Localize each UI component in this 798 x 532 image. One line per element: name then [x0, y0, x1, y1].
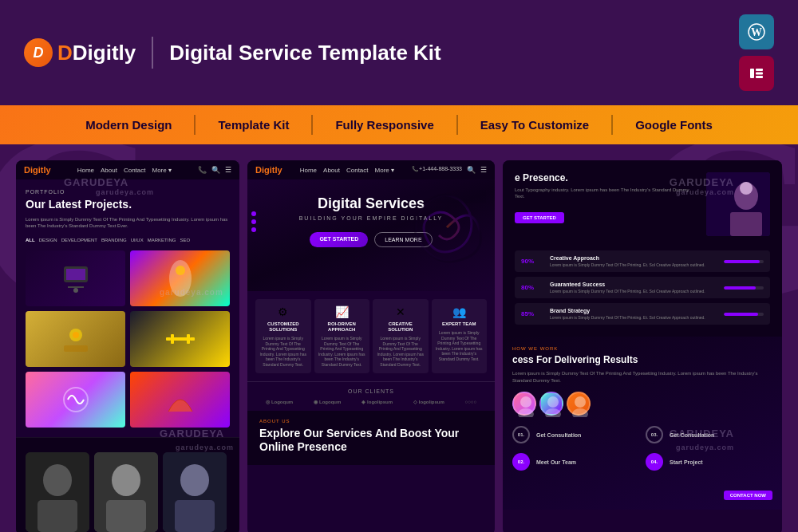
- client-5: ○○○○: [465, 400, 477, 404]
- process-title: cess For Delivering Results: [512, 354, 772, 365]
- nav-phone: 📞: [198, 166, 207, 174]
- badge-template-kit: Template Kit: [196, 115, 313, 135]
- filter-seo[interactable]: SEO: [180, 238, 190, 242]
- presence-desc: Lout Typography industry. Lorem ipsum ha…: [515, 187, 700, 200]
- filter-branding[interactable]: BRANDING: [101, 238, 127, 242]
- service-title-1: CUSTOMIZED SOLUTIONS: [259, 321, 307, 333]
- center-logo: Digitly: [255, 165, 282, 175]
- step-label-4: Start Project: [670, 459, 703, 465]
- svg-point-8: [73, 288, 78, 293]
- svg-rect-15: [166, 337, 171, 341]
- stat-title-1: Creative Approach: [550, 255, 717, 261]
- presence-image: [706, 172, 770, 236]
- portfolio-desc: Lorem ipsum is Simply Dummy Text Of The …: [26, 216, 230, 230]
- explore-label: ABOUT US: [259, 419, 483, 424]
- elementor-icon: [739, 56, 774, 91]
- svg-point-11: [176, 266, 185, 275]
- portfolio-img-5: [26, 372, 125, 428]
- step-circle-3: 03.: [646, 426, 663, 443]
- get-started-btn[interactable]: GET STARTED: [515, 212, 564, 223]
- center-nav-links: Home About Contact More ▾: [300, 167, 394, 174]
- stat-title-2: Guaranteed Success: [550, 282, 717, 287]
- step-circle-4: 04.: [646, 453, 663, 471]
- svg-point-28: [180, 464, 209, 496]
- stat-bar-3: [724, 313, 764, 316]
- process-label: HOW WE WORK: [512, 346, 772, 351]
- explore-section: ABOUT US Explore Our Services And Boost …: [247, 411, 495, 465]
- svg-rect-2: [750, 69, 754, 78]
- cnav-menu: ☰: [480, 166, 487, 174]
- header-icons: W: [739, 14, 774, 91]
- service-icon-1: ⚙: [259, 305, 307, 318]
- social-dot-2: [251, 219, 256, 224]
- service-card-3: ✕ CREATIVE SOLUTION Lorem ipsum is Simpl…: [373, 299, 429, 373]
- hero-section: Digital Services BUILDING YOUR EMPIRE DI…: [247, 179, 495, 291]
- portfolio-grid: [26, 250, 230, 428]
- badge-fully-responsive: Fully Responsive: [313, 115, 457, 135]
- filter-all[interactable]: ALL: [26, 238, 35, 242]
- svg-rect-7: [66, 269, 85, 280]
- svg-rect-3: [756, 69, 763, 71]
- svg-point-25: [112, 464, 140, 496]
- nav-menu: ☰: [225, 166, 231, 174]
- portfolio-label: PORTFOLIO: [26, 189, 230, 195]
- cnav-about: About: [323, 167, 340, 174]
- stat-item-1: 90% Creative Approach Lorem ipsum is Sim…: [515, 250, 770, 272]
- filter-dev[interactable]: DEVELOPMENT: [61, 238, 97, 242]
- panel-nav-right: 📞 🔍 ☰: [198, 166, 231, 174]
- service-desc-2: Lorem ipsum is Simply Dummy Text Of The …: [318, 336, 366, 367]
- stat-info-2: Guaranteed Success Lorem ipsum is Simply…: [550, 282, 717, 294]
- presence-text-area: e Presence. Lout Typography industry. Lo…: [515, 172, 700, 242]
- step-circle-2: 02.: [512, 453, 530, 471]
- nav-search: 🔍: [211, 166, 220, 174]
- svg-rect-18: [187, 334, 190, 344]
- stat-desc-1: Lorem ipsum is Simply Dummy Text Of The …: [550, 262, 717, 267]
- contact-area: CONTACT NOW: [512, 486, 772, 500]
- contact-btn[interactable]: CONTACT NOW: [724, 491, 772, 500]
- person-img-2: [94, 452, 158, 532]
- panel-left: Digitly Home About Contact More ▾ 📞 🔍 ☰ …: [16, 160, 239, 532]
- stat-fill-3: [724, 313, 758, 316]
- explore-title: Explore Our Services And Boost Your Onli…: [259, 427, 483, 454]
- stat-bar-2: [724, 286, 764, 290]
- filter-uiux[interactable]: UI/UX: [131, 238, 144, 242]
- step-3: 03. Get Consultation: [646, 426, 772, 443]
- service-icon-3: ✕: [377, 305, 425, 318]
- panel-right: e Presence. Lout Typography industry. Lo…: [503, 160, 782, 532]
- filter-marketing[interactable]: MARKETING: [148, 238, 176, 242]
- svg-rect-4: [756, 73, 763, 75]
- svg-rect-26: [106, 500, 146, 532]
- portfolio-img-6: [130, 372, 230, 428]
- profile-pic-2: [539, 392, 563, 416]
- stat-desc-3: Lorem ipsum is Simply Dummy Text Of The …: [550, 315, 717, 320]
- service-desc-3: Lorem ipsum is Simply Dummy Text Of The …: [377, 336, 425, 367]
- stat-title-3: Brand Strategy: [550, 308, 717, 313]
- service-card-2: 📈 ROI-DRIVEN APPROACH Lorem ipsum is Sim…: [314, 299, 370, 373]
- stat-desc-2: Lorem ipsum is Simply Dummy Text Of The …: [550, 289, 717, 294]
- stat-info-1: Creative Approach Lorem ipsum is Simply …: [550, 255, 717, 267]
- stat-bar-1: [724, 260, 764, 263]
- clients-section: OUR CLIENTS ◎Logoqum ◉Logoqum ◈logolipsu…: [247, 381, 495, 411]
- profile-pic-1: [512, 392, 536, 416]
- nav-about: About: [101, 167, 117, 174]
- stat-item-2: 80% Guaranteed Success Lorem ipsum is Si…: [515, 277, 770, 298]
- process-steps: 01. Get Consultation 02. Meet Our Team 0…: [512, 416, 772, 479]
- svg-point-36: [547, 396, 559, 408]
- service-icon-2: 📈: [318, 305, 366, 318]
- service-card-1: ⚙ CUSTOMIZED SOLUTIONS Lorem ipsum is Si…: [255, 299, 311, 373]
- cnav-contact: Contact: [346, 167, 369, 174]
- svg-rect-5: [756, 76, 763, 78]
- svg-rect-9: [68, 286, 84, 288]
- step-label-1: Get Consultation: [536, 432, 581, 438]
- person-img-3: [163, 452, 227, 532]
- svg-rect-32: [730, 212, 762, 236]
- client-2: ◉Logoqum: [314, 399, 341, 404]
- btn-get-started[interactable]: GET STARTED: [310, 232, 368, 247]
- social-dot-1: [251, 211, 256, 216]
- header-divider: [152, 37, 153, 69]
- logo: D DDigitly: [24, 38, 136, 67]
- svg-point-13: [73, 332, 79, 338]
- filter-design[interactable]: DESIGN: [39, 238, 57, 242]
- step-circle-1: 01.: [512, 426, 530, 443]
- service-title-4: EXPERT TEAM: [436, 321, 484, 327]
